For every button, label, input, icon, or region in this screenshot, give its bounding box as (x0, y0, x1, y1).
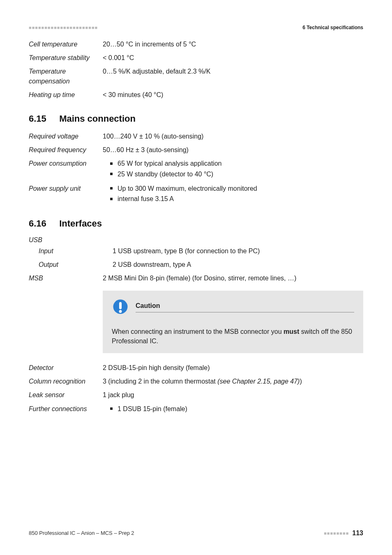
spec-row-msb: MSB 2 MSB Mini Din 8-pin (female) (for D… (29, 273, 363, 283)
list-item: Up to 300 W maximum, electronically moni… (110, 184, 363, 193)
spec-label: Leak sensor (29, 390, 103, 400)
bullet-list: 65 W for typical analysis application 25… (103, 159, 363, 178)
section-title: Interfaces (59, 218, 102, 229)
spec-label: Power supply unit (29, 184, 103, 204)
caution-text-bold: must (284, 328, 299, 335)
spec-row-cell-temperature: Cell tempera­ture 20…50 °C in increments… (29, 39, 363, 49)
spec-row-temp-stability: Temperature stability < 0.001 °C (29, 53, 363, 62)
section-number: 6.15 (29, 113, 57, 124)
section-heading-interfaces: 6.16 Interfaces (29, 218, 363, 229)
spec-label: MSB (29, 273, 103, 283)
spec-row-required-voltage: Required voltage 100…240 V ± 10 % (auto-… (29, 132, 363, 141)
footer-bar: 850 Professional IC – Anion – MCS – Prep… (29, 530, 363, 537)
caution-body: When connecting an instrument to the MSB… (112, 327, 354, 346)
list-item: 1 DSUB 15-pin (female) (110, 404, 363, 414)
spec-row-usb-output: Output 2 USB downstream, type A (29, 260, 363, 269)
spec-value: 65 W for typical analysis application 25… (103, 159, 363, 179)
spec-value: 2 USB downstream, type A (113, 260, 363, 269)
spec-value: 1 jack plug (103, 390, 363, 400)
spec-label: Output (29, 260, 113, 269)
spec-row-power-consumption: Power consump­tion 65 W for typical anal… (29, 159, 363, 179)
spec-row-further-connections: Further connec­tions 1 DSUB 15-pin (fema… (29, 404, 363, 414)
spec-row-temp-compensation: Temperature compensation 0…5 %/K adjusta… (29, 67, 363, 86)
caution-title: Caution (136, 301, 354, 312)
section-title: Mains connection (59, 113, 136, 124)
spec-value: < 0.001 °C (103, 53, 363, 62)
spec-value: 3 (including 2 in the column thermostat … (103, 377, 363, 386)
spec-label: Temperature stability (29, 53, 103, 62)
caution-row: Caution When connecting an instrument to… (29, 287, 363, 359)
spec-row-usb-input: Input 1 USB upstream, type B (for connec… (29, 246, 363, 256)
spec-label: Required voltage (29, 132, 103, 141)
header-bar: ■■■■■■■■■■■■■■■■■■■■■■ 6 Technical speci… (29, 25, 363, 30)
section-heading-mains: 6.15 Mains connection (29, 113, 363, 124)
column-value-reference: (see Chapter 2.15, page 47) (217, 378, 300, 385)
bullet-list: Up to 300 W maximum, electronically moni… (103, 184, 363, 204)
spec-row-leak-sensor: Leak sensor 1 jack plug (29, 390, 363, 400)
spec-value: < 30 minutes (40 °C) (103, 90, 363, 99)
spec-value: 0…5 %/K adjustable, default 2.3 %/K (103, 67, 363, 86)
spec-label: Input (29, 246, 113, 256)
caution-box: Caution When connecting an instrument to… (103, 291, 363, 353)
page-number: 113 (352, 530, 363, 537)
svg-point-2 (119, 310, 122, 313)
spec-value: Up to 300 W maximum, electronically moni… (103, 184, 363, 204)
spec-group-usb: USB (29, 236, 363, 244)
spec-row-detector: Detector 2 DSUB-15-pin high density (fem… (29, 363, 363, 372)
spec-row-column-recognition: Column recogni­tion 3 (including 2 in th… (29, 377, 363, 386)
spec-value: 20…50 °C in increments of 5 °C (103, 39, 363, 49)
spec-label: Power consump­tion (29, 159, 103, 179)
spec-row-power-supply-unit: Power supply unit Up to 300 W maximum, e… (29, 184, 363, 204)
list-item: 25 W standby (detector to 40 °C) (110, 169, 363, 179)
page: ■■■■■■■■■■■■■■■■■■■■■■ 6 Technical speci… (0, 0, 392, 555)
footer-doc-title: 850 Professional IC – Anion – MCS – Prep… (29, 530, 134, 536)
spec-value: 1 DSUB 15-pin (female) (103, 404, 363, 414)
section-number: 6.16 (29, 218, 57, 229)
spec-label: Required fre­quency (29, 145, 103, 155)
spec-row-required-frequency: Required fre­quency 50…60 Hz ± 3 (auto-s… (29, 145, 363, 155)
spec-label: Cell tempera­ture (29, 39, 103, 49)
spec-value: 1 USB upstream, type B (for connection t… (113, 246, 363, 256)
spec-label: Temperature compensation (29, 67, 103, 86)
spec-label: Further connec­tions (29, 404, 103, 414)
list-item: 65 W for typical analysis application (110, 159, 363, 168)
spec-value: 2 MSB Mini Din 8-pin (female) (for Dosin… (103, 273, 363, 283)
spec-row-heating-up-time: Heating up time < 30 minutes (40 °C) (29, 90, 363, 99)
spec-label: Heating up time (29, 90, 103, 99)
bullet-list: 1 DSUB 15-pin (female) (103, 404, 363, 414)
spec-label: Column recogni­tion (29, 377, 103, 386)
spec-label: Detector (29, 363, 103, 372)
chapter-label: 6 Technical specifications (302, 25, 363, 30)
column-value-pre: 3 (including 2 in the column thermostat (103, 378, 217, 385)
svg-rect-1 (119, 302, 122, 309)
footer-ornament: ■■■■■■■■ (324, 531, 349, 536)
header-ornament-left: ■■■■■■■■■■■■■■■■■■■■■■ (29, 25, 98, 30)
spec-value: 100…240 V ± 10 % (auto-sensing) (103, 132, 363, 141)
spec-value: 50…60 Hz ± 3 (auto-sensing) (103, 145, 363, 155)
caution-icon (112, 298, 129, 315)
list-item: internal fuse 3.15 A (110, 194, 363, 204)
spec-value: 2 DSUB-15-pin high density (female) (103, 363, 363, 372)
caution-text-pre: When connecting an instrument to the MSB… (112, 328, 284, 335)
column-value-post: ) (300, 378, 302, 385)
